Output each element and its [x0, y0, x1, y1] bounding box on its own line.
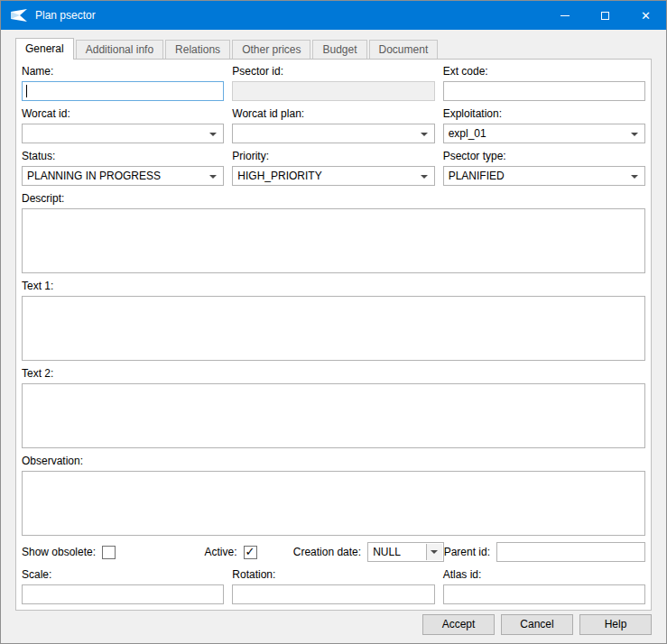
chevron-down-icon	[209, 133, 217, 136]
checkmark-icon: ✓	[245, 546, 255, 557]
tab-other-prices[interactable]: Other prices	[232, 40, 310, 59]
close-icon: ✕	[641, 10, 651, 22]
chevron-down-icon	[421, 133, 428, 136]
ext-code-input[interactable]	[443, 81, 645, 101]
psector-id-input	[232, 81, 434, 101]
ext-code-label: Ext code:	[443, 65, 645, 78]
descript-textarea[interactable]	[22, 208, 645, 273]
name-label: Name:	[22, 65, 224, 78]
creation-date-combo[interactable]: NULL	[367, 542, 444, 562]
psector-type-combo[interactable]: PLANIFIED	[443, 166, 645, 186]
active-label: Active:	[205, 546, 237, 558]
tab-relations[interactable]: Relations	[165, 40, 230, 59]
help-button[interactable]: Help	[579, 614, 652, 635]
parent-id-input[interactable]	[496, 542, 645, 562]
tab-bar: General Additional info Relations Other …	[1, 30, 666, 59]
text1-textarea[interactable]	[22, 296, 645, 361]
tab-general[interactable]: General	[15, 38, 74, 60]
minimize-button[interactable]	[544, 1, 585, 30]
priority-label: Priority:	[232, 150, 434, 163]
cancel-button[interactable]: Cancel	[501, 614, 573, 635]
observation-textarea[interactable]	[22, 471, 645, 536]
chevron-down-icon	[421, 175, 428, 179]
maximize-button[interactable]	[585, 1, 625, 30]
descript-label: Descript:	[22, 192, 645, 206]
maximize-icon	[601, 12, 609, 20]
observation-label: Observation:	[22, 455, 645, 468]
exploitation-label: Exploitation:	[443, 107, 645, 121]
psector-id-label: Psector id:	[232, 65, 434, 78]
close-button[interactable]: ✕	[625, 1, 666, 30]
worcat-id-plan-label: Worcat id plan:	[232, 107, 434, 121]
status-combo[interactable]: PLANNING IN PROGRESS	[22, 166, 224, 186]
plan-psector-dialog: Plan psector ✕ General Additional info R…	[0, 0, 667, 644]
window-controls: ✕	[544, 1, 666, 30]
tab-document[interactable]: Document	[369, 40, 439, 59]
chevron-down-icon	[431, 550, 438, 554]
general-tab-panel: Name: Psector id: Ext code: Worcat id:	[15, 59, 652, 611]
text-caret	[26, 85, 27, 97]
atlas-id-input[interactable]	[443, 584, 645, 604]
minimize-icon	[560, 15, 570, 16]
window-title: Plan psector	[35, 9, 96, 22]
priority-combo[interactable]: HIGH_PRIORITY	[232, 166, 434, 186]
chevron-down-icon	[631, 175, 638, 179]
atlas-id-label: Atlas id:	[443, 568, 645, 582]
tab-additional-info[interactable]: Additional info	[76, 40, 163, 59]
status-label: Status:	[22, 150, 224, 163]
scale-label: Scale:	[22, 568, 224, 582]
worcat-id-label: Worcat id:	[22, 107, 224, 121]
chevron-down-icon	[209, 175, 217, 179]
dropdown-button[interactable]	[426, 544, 442, 560]
rotation-input[interactable]	[232, 584, 434, 604]
parent-id-label: Parent id:	[444, 546, 490, 558]
tab-budget[interactable]: Budget	[312, 40, 366, 59]
psector-type-label: Psector type:	[443, 150, 645, 163]
worcat-id-combo[interactable]	[22, 124, 224, 143]
show-obsolete-checkbox[interactable]: ✓	[102, 546, 116, 559]
flag-icon	[10, 8, 28, 23]
scale-input[interactable]	[22, 584, 224, 604]
exploitation-combo[interactable]: expl_01	[443, 124, 645, 143]
rotation-label: Rotation:	[232, 568, 434, 582]
creation-date-label: Creation date:	[293, 546, 361, 558]
chevron-down-icon	[631, 133, 638, 136]
name-input[interactable]	[22, 81, 224, 101]
show-obsolete-label: Show obsolete:	[22, 546, 96, 558]
worcat-id-plan-combo[interactable]	[232, 124, 434, 143]
dialog-footer: Accept Cancel Help	[1, 611, 666, 643]
text2-textarea[interactable]	[22, 383, 645, 448]
titlebar: Plan psector ✕	[1, 1, 666, 30]
text1-label: Text 1:	[22, 280, 645, 293]
text2-label: Text 2:	[22, 367, 645, 381]
active-checkbox[interactable]: ✓	[244, 546, 257, 559]
accept-button[interactable]: Accept	[422, 614, 495, 635]
